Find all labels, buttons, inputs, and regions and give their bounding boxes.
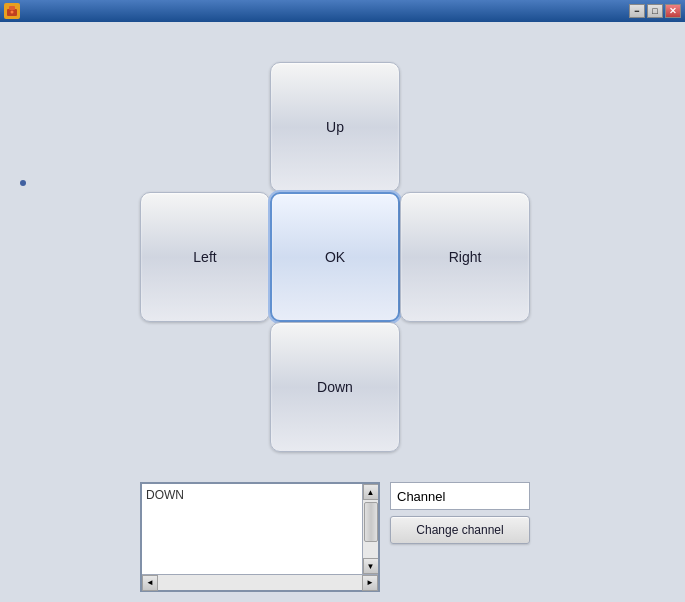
change-channel-button[interactable]: Change channel bbox=[390, 516, 530, 544]
scroll-right-arrow[interactable]: ► bbox=[362, 575, 378, 591]
title-controls: − □ ✕ bbox=[629, 4, 681, 18]
svg-point-2 bbox=[11, 11, 14, 14]
restore-button[interactable]: □ bbox=[647, 4, 663, 18]
down-button[interactable]: Down bbox=[270, 322, 400, 452]
app-icon bbox=[4, 3, 20, 19]
scroll-track-h[interactable] bbox=[158, 575, 362, 590]
scroll-left-arrow[interactable]: ◄ bbox=[142, 575, 158, 591]
title-bar: − □ ✕ bbox=[0, 0, 685, 22]
empty-top-left bbox=[140, 62, 270, 192]
empty-top-right bbox=[400, 62, 530, 192]
log-content[interactable]: DOWN bbox=[142, 484, 362, 574]
empty-bottom-left bbox=[140, 322, 270, 452]
up-button[interactable]: Up bbox=[270, 62, 400, 192]
empty-bottom-right bbox=[400, 322, 530, 452]
title-bar-left bbox=[4, 3, 24, 19]
log-wrapper: DOWN ▲ ▼ ◄ ► bbox=[140, 482, 380, 592]
right-panel: Change channel bbox=[390, 482, 530, 592]
right-button[interactable]: Right bbox=[400, 192, 530, 322]
minimize-button[interactable]: − bbox=[629, 4, 645, 18]
bottom-panel: DOWN ▲ ▼ ◄ ► Change channel bbox=[140, 482, 540, 592]
dpad-container: Up Left OK Right Down bbox=[140, 62, 530, 442]
log-scrollbar-vertical[interactable]: ▲ ▼ bbox=[362, 484, 378, 574]
main-content: Up Left OK Right Down DOWN ▲ ▼ bbox=[0, 22, 685, 602]
scroll-down-arrow[interactable]: ▼ bbox=[363, 558, 379, 574]
channel-input[interactable] bbox=[390, 482, 530, 510]
indicator-dot bbox=[20, 180, 26, 186]
log-body: DOWN ▲ ▼ bbox=[142, 484, 378, 574]
svg-rect-1 bbox=[9, 6, 15, 10]
scroll-track-v[interactable] bbox=[363, 500, 378, 558]
left-button[interactable]: Left bbox=[140, 192, 270, 322]
close-button[interactable]: ✕ bbox=[665, 4, 681, 18]
log-scrollbar-horizontal[interactable]: ◄ ► bbox=[142, 574, 378, 590]
scroll-thumb-v[interactable] bbox=[364, 502, 378, 542]
scroll-up-arrow[interactable]: ▲ bbox=[363, 484, 379, 500]
ok-button[interactable]: OK bbox=[270, 192, 400, 322]
